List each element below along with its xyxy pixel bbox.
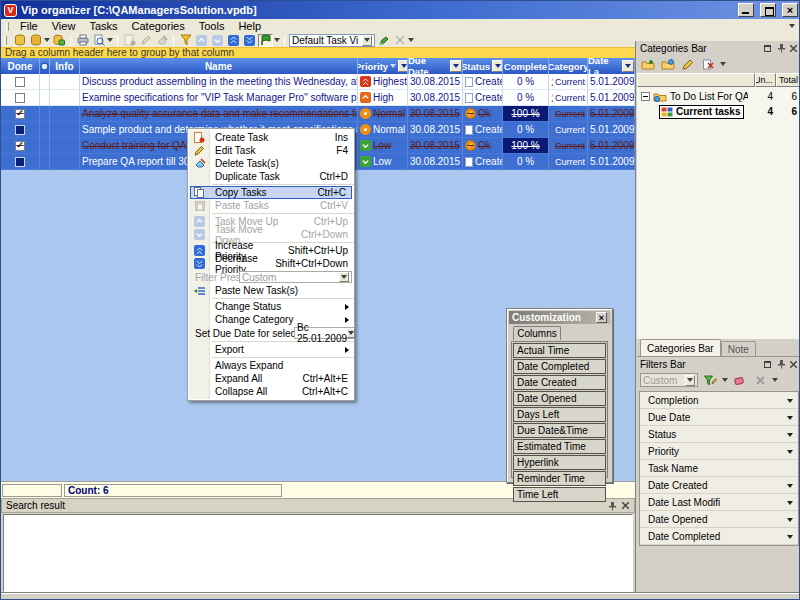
toolbar-overflow-icon[interactable]: [408, 38, 414, 42]
column-chip-date-opened[interactable]: Date Opened: [513, 391, 606, 406]
menu-item-duplicate-task[interactable]: Duplicate TaskCtrl+D: [188, 170, 354, 183]
decrease-priority-icon[interactable]: [242, 34, 257, 47]
total-column-header[interactable]: Total: [776, 73, 800, 87]
table-row[interactable]: Analyze quality assurance data and make …: [1, 106, 635, 122]
menu-item-change-status[interactable]: Change Status: [188, 300, 354, 313]
menu-item-paste-tasks[interactable]: Paste TasksCtrl+V: [188, 199, 354, 212]
table-row[interactable]: Examine specifications for "VIP Task Man…: [1, 90, 635, 106]
open-database-dropdown-icon[interactable]: [44, 38, 50, 42]
filter-row-status[interactable]: Status: [640, 426, 798, 443]
new-database-icon[interactable]: [12, 34, 27, 47]
close-panel-icon[interactable]: [621, 501, 630, 510]
done-checkbox[interactable]: [15, 141, 25, 151]
menubar-overflow-icon[interactable]: [787, 24, 797, 28]
unread-column-header[interactable]: Un...: [755, 73, 776, 87]
close-panel-icon[interactable]: [789, 44, 798, 53]
filter-preset-combo[interactable]: Custom: [640, 373, 698, 387]
collapse-icon[interactable]: [641, 92, 650, 101]
table-row[interactable]: Discuss product assembling in the meetin…: [1, 74, 635, 90]
close-customization-icon[interactable]: [596, 312, 607, 323]
task-move-down-icon[interactable]: [210, 34, 225, 47]
due-date-filter-icon[interactable]: [450, 60, 462, 72]
menu-view[interactable]: View: [45, 19, 83, 33]
status-filter-icon[interactable]: [492, 60, 503, 72]
float-panel-icon[interactable]: [763, 44, 772, 53]
task-move-up-icon[interactable]: [194, 34, 209, 47]
pin-icon[interactable]: [776, 44, 785, 53]
categories-toolbar-overflow-icon[interactable]: [720, 62, 726, 66]
toolbar-grip[interactable]: [4, 36, 7, 45]
menu-item-paste-new-tasks[interactable]: Paste New Task(s): [188, 284, 354, 297]
create-task-icon[interactable]: [122, 34, 137, 47]
column-header-done[interactable]: Done: [1, 58, 40, 74]
print-icon[interactable]: [75, 34, 90, 47]
group-by-bar[interactable]: Drag a column header here to group by th…: [1, 47, 635, 58]
column-header-status[interactable]: Status: [463, 58, 503, 74]
menu-item-create-task[interactable]: Create TaskIns: [188, 131, 354, 144]
menu-tasks[interactable]: Tasks: [82, 19, 124, 33]
menu-item-edit-task[interactable]: Edit TaskF4: [188, 144, 354, 157]
column-header-due-date[interactable]: Due Date: [408, 58, 463, 74]
pin-icon[interactable]: [776, 360, 785, 369]
column-chip-actual-time[interactable]: Actual Time: [513, 343, 606, 358]
tab-categories-bar[interactable]: Categories Bar: [640, 339, 721, 356]
menu-help[interactable]: Help: [231, 19, 268, 33]
filter-row-date-created[interactable]: Date Created: [640, 477, 798, 494]
filter-row-completion[interactable]: Completion: [640, 392, 798, 409]
column-chip-hyperlink[interactable]: Hyperlink: [513, 455, 606, 470]
edit-filter-dropdown-icon[interactable]: [722, 378, 728, 382]
filter-row-date-opened[interactable]: Date Opened: [640, 511, 798, 528]
menu-file[interactable]: File: [13, 19, 45, 33]
filter-row-priority[interactable]: Priority: [640, 443, 798, 460]
priority-filter-icon[interactable]: [398, 60, 408, 72]
done-checkbox[interactable]: [15, 125, 25, 135]
print-preview-icon[interactable]: [91, 34, 106, 47]
open-database-icon[interactable]: [28, 34, 43, 47]
task-tree-view-icon[interactable]: [258, 34, 273, 47]
column-header-info[interactable]: Info: [50, 58, 80, 74]
column-chip-time-left[interactable]: Time Left: [513, 487, 606, 502]
customization-tab-columns[interactable]: Columns: [513, 326, 561, 340]
menu-item-delete-task[interactable]: Delete Task(s): [188, 157, 354, 170]
menubar-grip[interactable]: [6, 22, 9, 31]
column-header-complete[interactable]: Complete: [503, 58, 549, 74]
print-dropdown-icon[interactable]: [107, 38, 113, 42]
restore-button[interactable]: [760, 3, 776, 17]
filter-row-date-completed[interactable]: Date Completed: [640, 528, 798, 545]
task-view-combo[interactable]: Default Task Vi: [289, 34, 375, 47]
view-mode-dropdown-icon[interactable]: [274, 38, 280, 42]
column-header-priority[interactable]: Priority: [358, 58, 408, 74]
edit-task-icon[interactable]: [138, 34, 153, 47]
database-security-icon[interactable]: [51, 34, 66, 47]
menu-categories[interactable]: Categories: [125, 19, 192, 33]
tree-child-row[interactable]: Current tasks 4 6: [637, 104, 800, 119]
delete-view-icon[interactable]: [392, 34, 407, 47]
column-chip-estimated-time[interactable]: Estimated Time: [513, 439, 606, 454]
filter-row-due-date[interactable]: Due Date: [640, 409, 798, 426]
menu-item-decrease-priority[interactable]: Decrease PriorityShift+Ctrl+Down: [188, 257, 354, 270]
done-checkbox[interactable]: [15, 77, 25, 87]
customization-title-bar[interactable]: Customization: [509, 311, 610, 324]
done-checkbox[interactable]: [15, 109, 25, 119]
menu-item-set-due-date[interactable]: Set Due Date for selected tasksBc 25.01.…: [188, 326, 354, 340]
filter-icon[interactable]: [178, 34, 193, 47]
task-view-combo-dropdown-icon[interactable]: [362, 35, 372, 46]
done-checkbox[interactable]: [15, 93, 25, 103]
pin-icon[interactable]: [607, 501, 616, 510]
category-column-header[interactable]: [637, 73, 755, 87]
delete-category-icon[interactable]: [700, 57, 716, 71]
save-view-icon[interactable]: [376, 34, 391, 47]
increase-priority-icon[interactable]: [226, 34, 241, 47]
menu-item-export[interactable]: Export: [188, 343, 354, 356]
float-panel-icon[interactable]: [763, 360, 772, 369]
edit-category-icon[interactable]: [680, 57, 696, 71]
add-subcategory-icon[interactable]: [660, 57, 676, 71]
filter-row-date-last-modified[interactable]: Date Last Modifi: [640, 494, 798, 511]
add-category-icon[interactable]: [640, 57, 656, 71]
menu-item-copy-tasks[interactable]: Copy TasksCtrl+C: [190, 186, 352, 199]
column-header-date-last[interactable]: Date La: [588, 58, 635, 74]
column-chip-days-left[interactable]: Days Left: [513, 407, 606, 422]
clear-filter-icon[interactable]: [732, 373, 748, 387]
filter-row-task-name[interactable]: Task Name: [640, 460, 798, 477]
delete-task-icon[interactable]: [154, 34, 169, 47]
